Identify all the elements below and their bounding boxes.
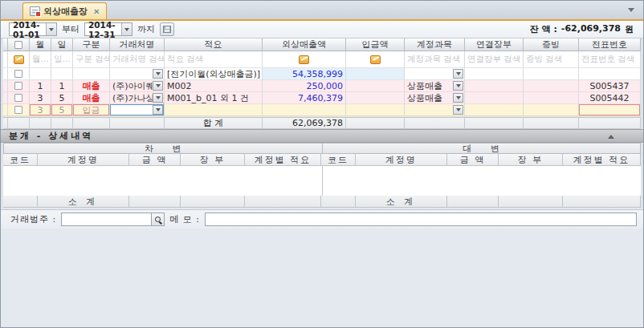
chevron-down-icon[interactable] xyxy=(153,81,163,91)
account-cell[interactable] xyxy=(405,104,465,116)
sales-cell[interactable]: 250,000 xyxy=(263,80,346,92)
col-ledger[interactable]: 연결장부 xyxy=(465,38,524,51)
col-deposit[interactable]: 입금액 xyxy=(346,38,405,51)
customer-cell-focused[interactable] xyxy=(110,104,165,116)
account-cell[interactable]: 상품매출 xyxy=(405,80,465,92)
grid-total-row: 합 계 62,069,378 xyxy=(3,117,641,129)
account-cell[interactable] xyxy=(405,68,465,80)
chevron-down-icon[interactable] xyxy=(153,93,163,103)
date-from-dropdown-icon[interactable] xyxy=(46,23,56,35)
account-cell[interactable]: 상품매출 xyxy=(405,92,465,104)
desc-cell[interactable]: [전기이월(외상매출금)] xyxy=(165,68,263,80)
col-desc[interactable]: 적요 xyxy=(165,38,263,51)
total-sales-value: 62,069,378 xyxy=(263,117,346,129)
debit-body[interactable] xyxy=(3,166,322,196)
col-day[interactable]: 일 xyxy=(51,38,73,51)
sales-cell[interactable]: 7,460,379 xyxy=(263,92,346,104)
filter-gubun[interactable]: 구분 검색 xyxy=(73,51,110,68)
debit-col-code[interactable]: 코드 xyxy=(3,154,38,166)
filter-desc[interactable]: 적요 검색 xyxy=(165,51,263,68)
date-from-value: 2014-01-01 xyxy=(10,20,46,39)
sales-cell[interactable]: 54,358,999 xyxy=(263,68,346,80)
close-icon[interactable]: ✕ xyxy=(93,7,100,16)
journal-column-header: 코드 계정명 금 액 장 부 계정별 적요 코드 계정명 금 액 장 부 계정별… xyxy=(3,154,641,166)
edit-search-icon xyxy=(370,55,381,64)
col-slip[interactable]: 전표번호 xyxy=(579,38,641,51)
slip-cell[interactable]: S005442 xyxy=(579,92,641,104)
row-checkbox[interactable] xyxy=(14,106,22,114)
slip-cell[interactable] xyxy=(579,68,641,80)
balance-value: -62,069,378 xyxy=(561,23,621,35)
credit-col-ledger[interactable]: 장 부 xyxy=(499,154,563,166)
calendar-lookup-button[interactable] xyxy=(160,22,174,36)
debit-col-desc[interactable]: 계정별 적요 xyxy=(245,154,321,166)
row-checkbox[interactable] xyxy=(14,82,22,90)
filter-sales[interactable] xyxy=(263,51,346,68)
filter-slip[interactable]: 전표번호 검색 xyxy=(579,51,641,68)
row-checkbox[interactable] xyxy=(14,94,22,102)
filter-customer[interactable]: 거래처명 검색 xyxy=(110,51,165,68)
tab-list-chevron-icon[interactable] xyxy=(628,8,634,12)
slip-cell[interactable] xyxy=(579,104,641,116)
date-from-combo[interactable]: 2014-01-01 xyxy=(9,22,57,36)
grid-filter-row: 월... 일... 구분 검색 거래처명 검색 적요 검색 계정과목 검색 연결… xyxy=(3,51,641,68)
col-month[interactable]: 월 xyxy=(30,38,51,51)
deposit-cell[interactable] xyxy=(346,68,405,80)
journal-detail-title: 분개 - 상세내역 xyxy=(9,130,93,142)
ledger-grid: 월 일 구분 거래처명 적요 외상매출액 입금액 계정과목 연결장부 증빙 전표… xyxy=(1,38,643,129)
customer-cell[interactable]: (주)아이퀘스트_장... xyxy=(110,80,165,92)
filter-day[interactable]: 일... xyxy=(51,51,73,68)
deposit-cell[interactable] xyxy=(346,104,405,116)
balance-label: 잔 액 : xyxy=(530,23,557,35)
chevron-down-icon[interactable] xyxy=(453,105,463,115)
col-sales[interactable]: 외상매출액 xyxy=(263,38,346,51)
col-account[interactable]: 계정과목 xyxy=(405,38,465,51)
filter-evidence[interactable]: 증빙 검색 xyxy=(524,51,579,68)
desc-cell[interactable] xyxy=(165,104,263,116)
sales-cell[interactable] xyxy=(263,104,346,116)
balance-summary: 잔 액 : -62,069,378 원 xyxy=(530,23,637,35)
col-gubun[interactable]: 구분 xyxy=(73,38,110,51)
desc-cell[interactable]: M002 xyxy=(165,80,263,92)
collapse-icon[interactable] xyxy=(608,135,614,139)
col-customer[interactable]: 거래처명 xyxy=(110,38,165,51)
date-to-combo[interactable]: 2014-12-31 xyxy=(84,22,132,36)
desc-cell[interactable]: M001_b_01 외 1 건 xyxy=(165,92,263,104)
debit-col-ledger[interactable]: 장 부 xyxy=(181,154,245,166)
chevron-down-icon[interactable] xyxy=(153,69,163,79)
select-all-checkbox[interactable] xyxy=(14,41,22,49)
slip-cell[interactable]: S005437 xyxy=(579,80,641,92)
debit-col-name[interactable]: 계정명 xyxy=(38,154,129,166)
tab-receivable-ledger[interactable]: 외상매출장 ✕ xyxy=(22,2,107,19)
date-to-dropdown-icon[interactable] xyxy=(121,23,132,35)
credit-col-name[interactable]: 계정명 xyxy=(356,154,447,166)
credit-col-desc[interactable]: 계정별 적요 xyxy=(563,154,641,166)
filter-month[interactable]: 월... xyxy=(30,51,51,68)
credit-col-amount[interactable]: 금 액 xyxy=(447,154,499,166)
select-all-header[interactable] xyxy=(8,38,30,51)
customer-cell[interactable] xyxy=(110,68,165,80)
chevron-down-icon[interactable] xyxy=(453,69,463,79)
memo-input[interactable] xyxy=(205,213,637,226)
filter-account[interactable]: 계정과목 검색 xyxy=(405,51,465,68)
chevron-down-icon[interactable] xyxy=(453,93,463,103)
deposit-cell[interactable] xyxy=(346,80,405,92)
customer-cell[interactable]: (주)가나상사_장부명 xyxy=(110,92,165,104)
credit-col-code[interactable]: 코드 xyxy=(321,154,356,166)
debit-col-amount[interactable]: 금 액 xyxy=(129,154,181,166)
col-evidence[interactable]: 증빙 xyxy=(524,38,579,51)
category-input[interactable] xyxy=(61,213,151,226)
journal-subtotal-row: 소 계 소 계 xyxy=(3,196,641,208)
chevron-down-icon[interactable] xyxy=(453,81,463,91)
balance-unit: 원 xyxy=(625,23,634,35)
app-window: 외상매출장 ✕ 2014-01-01 부터 2014-12-31 까지 잔 액 … xyxy=(0,0,644,328)
filter-edit-cell[interactable] xyxy=(8,51,30,68)
chevron-down-icon[interactable] xyxy=(153,105,163,115)
filter-deposit[interactable] xyxy=(346,51,405,68)
row-checkbox[interactable] xyxy=(14,70,22,78)
credit-body[interactable] xyxy=(323,166,642,196)
deposit-cell[interactable] xyxy=(346,92,405,104)
category-search-button[interactable] xyxy=(151,213,165,226)
filter-ledger[interactable]: 연결장부 검색 xyxy=(465,51,524,68)
from-label: 부터 xyxy=(62,23,79,35)
